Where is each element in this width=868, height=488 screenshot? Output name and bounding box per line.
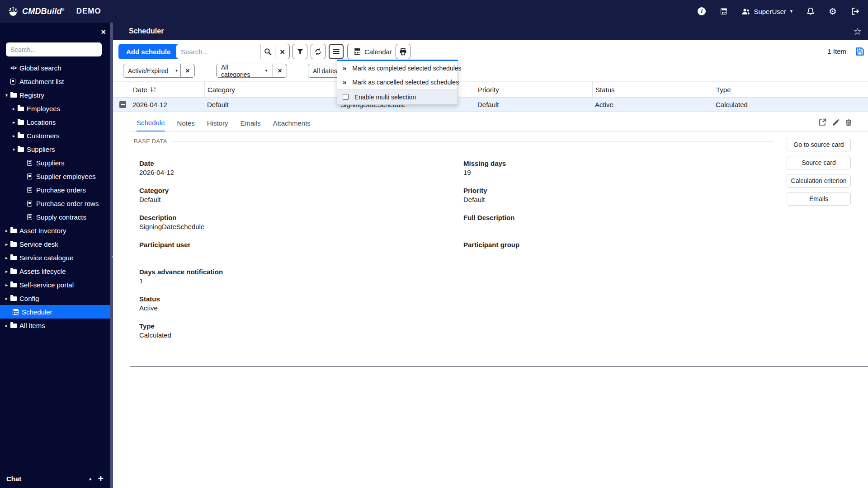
folder-icon	[18, 134, 24, 138]
column-header-category[interactable]: Category	[204, 82, 338, 97]
logout-icon[interactable]	[850, 6, 860, 16]
sidebar-item-asset-inventory[interactable]: Asset Inventory	[0, 224, 110, 237]
sidebar-item-service-catalogue[interactable]: Service catalogue	[0, 251, 110, 264]
printer-icon	[399, 48, 407, 56]
caret-right-icon[interactable]	[5, 242, 10, 247]
folder-icon	[10, 324, 17, 328]
sidebar-item-locations[interactable]: Locations	[0, 115, 110, 129]
sidebar-close-icon[interactable]: ×	[101, 28, 106, 36]
sidebar-item-self-service-portal[interactable]: Self-service portal	[0, 278, 110, 291]
refresh-button[interactable]	[311, 44, 326, 59]
users-icon	[741, 8, 750, 15]
column-header-status[interactable]: Status	[592, 82, 713, 97]
column-header-type[interactable]: Type	[713, 82, 868, 97]
notifications-bell-icon[interactable]	[806, 6, 816, 16]
sidebar-item-attachment-list[interactable]: Attachment list	[0, 75, 110, 88]
caret-right-icon[interactable]	[13, 120, 18, 125]
tab-schedule[interactable]: Schedule	[137, 115, 165, 131]
add-schedule-button[interactable]: Add schedule	[118, 44, 178, 59]
calendar-view-button[interactable]: Calendar	[347, 44, 399, 59]
search-input[interactable]	[176, 44, 260, 59]
status-filter-select[interactable]: Active/Expired ▼	[123, 64, 181, 78]
emails-button[interactable]: Emails	[787, 192, 851, 206]
user-menu[interactable]: SuperUser ▼	[741, 8, 793, 15]
chevron-down-icon: ▼	[264, 69, 268, 73]
navigation-tree: </> Global search Attachment list Regist…	[0, 61, 110, 332]
sidebar-search-input[interactable]	[6, 42, 102, 56]
sidebar-item-config[interactable]: Config	[0, 291, 110, 305]
sidebar-resizer[interactable]: ◂	[110, 23, 113, 488]
sidebar-item-suppliers-class[interactable]: Suppliers	[0, 156, 110, 169]
tab-history[interactable]: History	[207, 115, 228, 131]
sidebar-item-purchase-order-rows[interactable]: Purchase order rows	[0, 197, 110, 210]
cell-priority: Default	[475, 98, 592, 111]
caret-right-icon[interactable]	[5, 228, 10, 233]
file-icon	[27, 174, 32, 179]
caret-right-icon[interactable]	[5, 296, 10, 301]
caret-down-icon[interactable]	[5, 93, 10, 98]
sidebar-item-supply-contracts[interactable]: Supply contracts	[0, 210, 110, 224]
caret-right-icon[interactable]	[5, 255, 10, 260]
go-to-source-card-button[interactable]: Go to source card	[787, 138, 851, 151]
cmdbuild-logo[interactable]: CMDBuild®	[7, 6, 65, 17]
caret-right-icon[interactable]	[5, 323, 10, 328]
clear-search-button[interactable]: ×	[275, 44, 290, 59]
clear-status-filter-button[interactable]: ×	[181, 64, 195, 78]
menu-item-mark-cancelled[interactable]: » Mark as cancelled selected schedules	[337, 75, 458, 89]
print-button[interactable]	[396, 44, 410, 59]
caret-right-icon[interactable]	[13, 133, 18, 138]
checkbox-icon[interactable]	[343, 94, 349, 100]
gear-icon[interactable]: ⚙	[828, 6, 838, 16]
folder-icon	[10, 283, 17, 287]
sidebar-item-global-search[interactable]: </> Global search	[0, 61, 110, 75]
actions-dropdown-menu: » Mark as completed selected schedules »…	[337, 60, 458, 105]
cell-type: Calculated	[713, 98, 868, 111]
clear-category-filter-button[interactable]: ×	[273, 64, 287, 78]
tab-emails[interactable]: Emails	[240, 115, 260, 131]
caret-right-icon[interactable]	[13, 106, 18, 111]
page-title: Scheduler	[129, 27, 853, 35]
sidebar-item-assets-lifecycle[interactable]: Assets lifecycle	[0, 264, 110, 278]
caret-right-icon[interactable]	[5, 269, 10, 274]
collapse-row-icon[interactable]	[119, 101, 126, 108]
sidebar-collapse-handle[interactable]: ◂	[112, 254, 114, 259]
detail-actions	[819, 118, 852, 126]
calculation-criterion-button[interactable]: Calculation criterion	[787, 174, 851, 188]
field-full-description: Full Description	[463, 214, 519, 241]
tab-attachments[interactable]: Attachments	[273, 115, 310, 131]
sidebar-item-customers[interactable]: Customers	[0, 129, 110, 142]
calendar-icon[interactable]	[719, 6, 729, 16]
caret-down-icon[interactable]	[13, 147, 18, 152]
sidebar-item-purchase-orders[interactable]: Purchase orders	[0, 183, 110, 197]
folder-icon	[18, 120, 24, 125]
actions-menu-button[interactable]	[329, 44, 344, 59]
menu-item-mark-completed[interactable]: » Mark as completed selected schedules	[337, 61, 458, 75]
edit-pencil-icon[interactable]	[832, 118, 840, 126]
search-button[interactable]	[260, 44, 275, 59]
toolbar: Add schedule ×	[113, 44, 868, 59]
chat-collapse-icon[interactable]: ▴	[89, 475, 92, 482]
sidebar-item-registry[interactable]: Registry	[0, 88, 110, 102]
info-icon[interactable]: i	[697, 6, 707, 16]
sidebar-item-scheduler[interactable]: Scheduler	[0, 305, 113, 319]
favorite-star-icon[interactable]: ☆	[853, 27, 862, 36]
table-row[interactable]: 2026-04-12 Default SigningDateSchedule D…	[113, 98, 868, 112]
folder-icon	[18, 107, 24, 111]
menu-item-enable-multi-selection[interactable]: Enable multi selection	[337, 89, 458, 104]
delete-trash-icon[interactable]	[845, 118, 852, 126]
open-in-new-icon[interactable]	[819, 118, 826, 126]
sidebar-item-suppliers[interactable]: Suppliers	[0, 142, 110, 156]
sidebar-item-supplier-employees[interactable]: Supplier employees	[0, 169, 110, 183]
save-view-button[interactable]	[855, 47, 864, 56]
filter-button[interactable]	[292, 44, 307, 59]
source-card-button[interactable]: Source card	[787, 156, 851, 169]
category-filter-select[interactable]: All categories ▼	[216, 64, 273, 78]
sidebar-item-employees[interactable]: Employees	[0, 102, 110, 115]
tab-notes[interactable]: Notes	[177, 115, 195, 131]
column-header-date[interactable]: Date A Z	[130, 82, 204, 97]
caret-right-icon[interactable]	[5, 282, 10, 287]
sidebar-item-service-desk[interactable]: Service desk	[0, 237, 110, 251]
sidebar-item-all-items[interactable]: All items	[0, 319, 110, 332]
table-header: Date A Z Category Description Priority S…	[113, 81, 868, 98]
column-header-priority[interactable]: Priority	[475, 82, 592, 97]
